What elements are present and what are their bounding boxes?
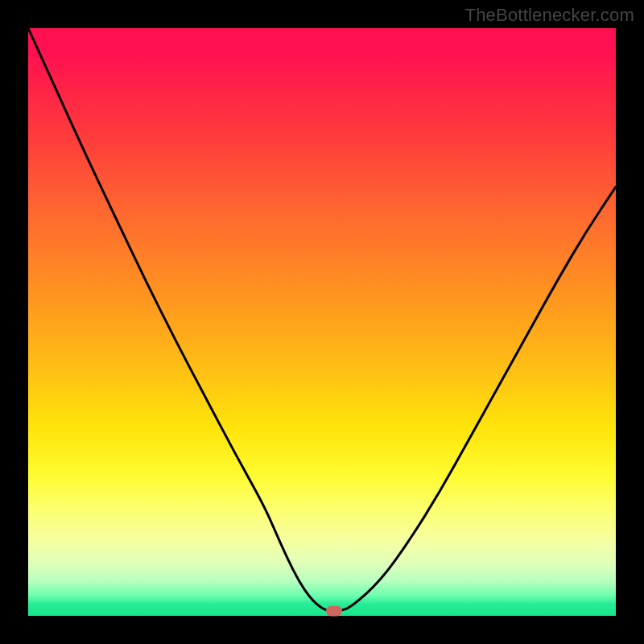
- chart-container: TheBottlenecker.com: [0, 0, 644, 644]
- watermark-text: TheBottlenecker.com: [465, 5, 634, 26]
- bottleneck-curve: [28, 28, 616, 616]
- plot-area: [28, 28, 616, 616]
- optimum-marker: [326, 606, 342, 617]
